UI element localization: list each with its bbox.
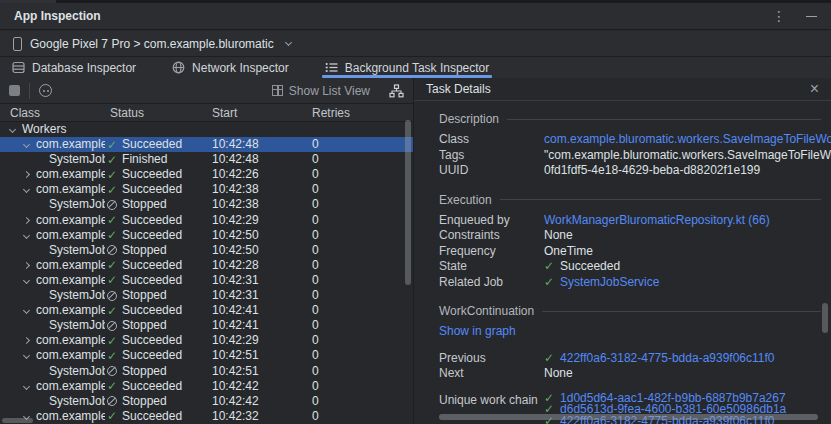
start-cell: 10:42:32: [212, 409, 259, 424]
task-row[interactable]: com.example.bl✓Succeeded10:42:420: [0, 379, 413, 394]
stopped-icon: [107, 291, 117, 301]
device-process-selector[interactable]: Google Pixel 7 Pro > com.example.bluroma…: [0, 31, 831, 57]
list-view-icon: [272, 85, 283, 96]
start-cell: 10:42:48: [212, 152, 259, 167]
more-options-icon[interactable]: ⋮: [772, 9, 786, 23]
stopped-icon: [107, 321, 117, 331]
show-in-graph-link[interactable]: Show in graph: [439, 324, 516, 340]
graph-view-button[interactable]: [389, 84, 404, 98]
column-header-status[interactable]: Status: [110, 106, 144, 120]
status-cell: Stopped: [107, 288, 167, 303]
detail-link[interactable]: SystemJobService: [560, 275, 659, 291]
detail-value-line: com.example.bluromatic.workers.SaveImage…: [544, 132, 831, 148]
tree-group-row[interactable]: Workers: [0, 122, 413, 137]
task-row[interactable]: SystemJobSStopped10:42:310: [0, 288, 413, 303]
show-list-view-button[interactable]: Show List View: [272, 84, 370, 98]
task-row[interactable]: SystemJobS✓Finished10:42:480: [0, 152, 413, 167]
tree-chevron-icon[interactable]: [23, 277, 30, 284]
status-cell: ✓Succeeded: [107, 409, 182, 424]
task-row[interactable]: SystemJobSStopped10:42:510: [0, 364, 413, 379]
start-cell: 10:42:48: [212, 137, 259, 152]
detail-label: Tags: [439, 148, 544, 164]
detail-label: State: [439, 259, 544, 275]
retries-cell: 0: [312, 228, 319, 243]
status-cell: ✓Succeeded: [107, 228, 182, 243]
tree-chevron-icon[interactable]: [23, 232, 30, 239]
page-title: App Inspection: [14, 9, 101, 23]
horizontal-scrollbar[interactable]: [439, 414, 818, 420]
close-icon[interactable]: ×: [810, 81, 819, 97]
tab-database-inspector[interactable]: Database Inspector: [12, 57, 136, 78]
tab-label: Background Task Inspector: [345, 61, 490, 75]
column-header-retries[interactable]: Retries: [312, 106, 350, 120]
task-row[interactable]: com.example.bl✓Succeeded10:42:380: [0, 182, 413, 197]
tree-chevron-icon[interactable]: [23, 186, 30, 193]
detail-row: NextNone: [439, 366, 821, 382]
retries-cell: 0: [312, 318, 319, 333]
detail-value: OneTime: [544, 244, 821, 260]
tab-background-task-inspector[interactable]: Background Task Inspector: [325, 57, 490, 78]
tree-chevron-icon[interactable]: [23, 307, 30, 314]
detail-link[interactable]: com.example.bluromatic.workers.SaveImage…: [544, 132, 831, 148]
stop-inspector-button[interactable]: [9, 85, 20, 96]
check-icon: ✓: [107, 154, 117, 166]
task-row[interactable]: SystemJobSStopped10:42:410: [0, 318, 413, 333]
tool-window-titlebar: App Inspection ⋮: [0, 3, 831, 30]
tree-chevron-icon[interactable]: [23, 262, 30, 269]
detail-text: OneTime: [544, 244, 593, 260]
minimize-icon[interactable]: [806, 16, 817, 17]
main-split: Show List View Class Status Start Retrie: [0, 78, 831, 424]
tree-chevron-icon[interactable]: [23, 383, 30, 390]
device-icon: [13, 37, 22, 51]
tree-chevron-icon[interactable]: [23, 352, 30, 359]
detail-text: "com.example.bluromatic.workers.SaveImag…: [544, 148, 831, 164]
globe-icon: [172, 61, 185, 74]
retries-cell: 0: [312, 182, 319, 197]
status-label: Finished: [122, 152, 167, 167]
status-label: Succeeded: [122, 333, 182, 348]
task-row[interactable]: com.example.bl✓Succeeded10:42:280: [0, 258, 413, 273]
detail-row: ConstraintsNone: [439, 228, 821, 244]
vertical-scrollbar[interactable]: [822, 303, 828, 333]
task-row[interactable]: SystemJobSStopped10:42:380: [0, 197, 413, 212]
check-icon: ✓: [107, 274, 117, 286]
detail-row: State✓Succeeded: [439, 259, 821, 275]
check-icon: ✓: [107, 214, 117, 226]
check-icon: ✓: [107, 259, 117, 271]
tree-chevron-icon[interactable]: [23, 337, 30, 344]
horizontal-scrollbar[interactable]: [2, 418, 33, 423]
task-row[interactable]: com.example.bl✓Succeeded10:42:510: [0, 348, 413, 363]
detail-label: Class: [439, 132, 544, 148]
start-cell: 10:42:50: [212, 243, 259, 258]
tree-chevron-icon[interactable]: [23, 171, 30, 178]
task-row[interactable]: com.example.bl✓Succeeded10:42:290: [0, 213, 413, 228]
task-row[interactable]: com.example.bl✓Succeeded10:42:410: [0, 303, 413, 318]
detail-link[interactable]: WorkManagerBluromaticRepository.kt (66): [544, 213, 770, 229]
start-cell: 10:42:28: [212, 258, 259, 273]
column-header-class[interactable]: Class: [10, 106, 40, 120]
task-row[interactable]: com.example.bl✓Succeeded10:42:260: [0, 167, 413, 182]
task-row[interactable]: SystemJobSStopped10:42:500: [0, 243, 413, 258]
tree-chevron-icon[interactable]: [23, 217, 30, 224]
vertical-scrollbar[interactable]: [405, 120, 411, 285]
tab-network-inspector[interactable]: Network Inspector: [172, 57, 289, 78]
status-cell: Stopped: [107, 394, 167, 409]
stopped-icon: [107, 396, 117, 406]
task-row[interactable]: SystemJobSStopped10:42:420: [0, 394, 413, 409]
task-row[interactable]: com.example.bl✓Succeeded10:42:310: [0, 273, 413, 288]
task-row[interactable]: com.example.bl✓Succeeded10:42:500: [0, 228, 413, 243]
task-row[interactable]: com.example.bl✓Succeeded10:42:320: [0, 409, 413, 424]
tree-chevron-icon[interactable]: [23, 141, 30, 148]
dotted-circle-icon[interactable]: [39, 84, 52, 97]
details-section: WorkContinuationShow in graphPrevious✓42…: [439, 303, 821, 424]
stopped-icon: [107, 200, 117, 210]
retries-cell: 0: [312, 379, 319, 394]
start-cell: 10:42:51: [212, 364, 259, 379]
status-label: Succeeded: [122, 213, 182, 228]
tree-chevron-icon[interactable]: [9, 126, 16, 133]
detail-link[interactable]: 422ff0a6-3182-4775-bdda-a939f06c11f0: [560, 351, 774, 367]
column-header-start[interactable]: Start: [212, 106, 237, 120]
task-row[interactable]: com.example.bl✓Succeeded10:42:480: [0, 137, 413, 152]
status-label: Stopped: [122, 364, 167, 379]
task-row[interactable]: com.example.bl✓Succeeded10:42:290: [0, 333, 413, 348]
